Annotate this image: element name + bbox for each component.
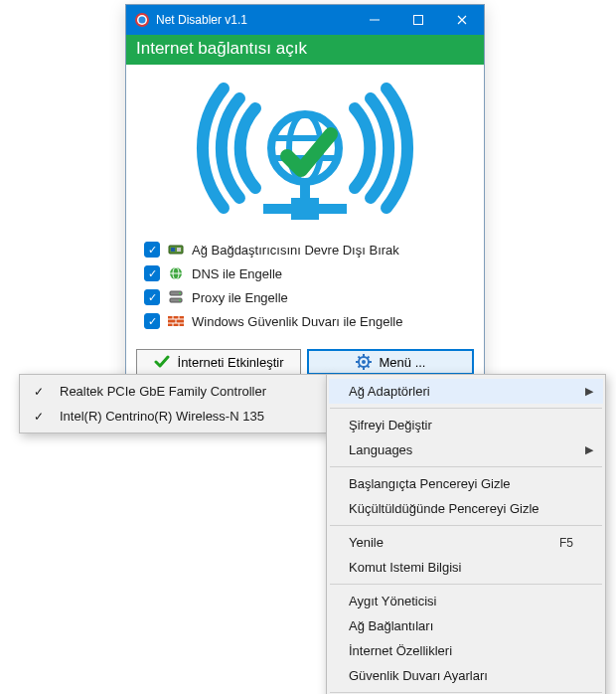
svg-rect-14 — [177, 248, 181, 252]
menu-label: Ağ Bağlantıları — [349, 618, 433, 633]
menu-firewall-settings[interactable]: Güvenlik Duvarı Ayarları — [329, 663, 603, 688]
proxy-icon — [168, 289, 184, 305]
svg-line-36 — [358, 357, 360, 359]
checkbox-icon[interactable] — [144, 289, 160, 305]
menu-internet-properties[interactable]: İnternet Özellikleri — [329, 638, 603, 663]
checkbox-icon[interactable] — [144, 242, 160, 258]
menu-label: Yenile — [349, 535, 384, 550]
chevron-right-icon: ▶ — [585, 443, 593, 456]
menu-hide-on-start[interactable]: Başlangıçta Pencereyi Gizle — [329, 471, 603, 496]
adapter-label: Intel(R) Centrino(R) Wireless-N 135 — [60, 409, 264, 424]
menu-languages[interactable]: Languages ▶ — [329, 437, 603, 462]
menu-button[interactable]: Menü ... — [307, 349, 474, 375]
gear-icon — [356, 354, 372, 370]
option-disable-adapter[interactable]: Ağ Bağdaştırıcısını Devre Dışı Bırak — [144, 238, 466, 261]
svg-line-38 — [367, 357, 369, 359]
app-title: Net Disabler v1.1 — [156, 13, 353, 27]
svg-line-37 — [367, 366, 369, 368]
menu-separator — [330, 584, 602, 585]
option-label: DNS ile Engelle — [192, 266, 282, 281]
svg-rect-11 — [291, 198, 319, 220]
check-icon: ✓ — [32, 385, 46, 399]
adapter-item[interactable]: ✓ Intel(R) Centrino(R) Wireless-N 135 — [22, 404, 326, 429]
app-icon — [134, 12, 150, 28]
minimize-button[interactable] — [353, 5, 396, 35]
menu-separator — [330, 466, 602, 467]
menu-cmd-info[interactable]: Komut Istemi Bilgisi — [329, 555, 603, 580]
menu-label: Şifreyi Değiştir — [349, 418, 432, 433]
menu-hide-on-minimize[interactable]: Küçültüldüğünde Pencereyi Gizle — [329, 496, 603, 521]
menu-label: İnternet Özellikleri — [349, 643, 452, 658]
svg-rect-3 — [370, 20, 380, 21]
svg-point-2 — [139, 17, 146, 24]
menu-refresh[interactable]: Yenile F5 — [329, 530, 603, 555]
menu-device-manager[interactable]: Aygıt Yöneticisi — [329, 589, 603, 613]
menu-change-password[interactable]: Şifreyi Değiştir — [329, 413, 603, 437]
menu-label: Aygıt Yöneticisi — [349, 594, 436, 608]
check-icon — [154, 354, 170, 370]
option-label: Ağ Bağdaştırıcısını Devre Dışı Bırak — [192, 243, 399, 258]
adapter-label: Realtek PCIe GbE Family Controller — [60, 384, 266, 399]
svg-rect-4 — [414, 16, 423, 25]
option-block-dns[interactable]: DNS ile Engelle — [144, 261, 466, 285]
menu-network-connections[interactable]: Ağ Bağlantıları — [329, 613, 603, 638]
svg-point-21 — [179, 299, 181, 301]
chevron-right-icon: ▶ — [585, 385, 593, 398]
menu-shortcut: F5 — [559, 536, 573, 550]
signal-graphic — [126, 65, 484, 234]
option-block-firewall[interactable]: Windows Güvenlik Duvarı ile Engelle — [144, 309, 466, 333]
svg-rect-9 — [300, 182, 310, 200]
menu-adapters[interactable]: Ağ Adaptörleri ▶ — [329, 379, 603, 404]
menu-label: Küçültüldüğünde Pencereyi Gizle — [349, 501, 539, 516]
app-window: Net Disabler v1.1 Internet bağlantısı aç… — [125, 4, 485, 386]
option-label: Windows Güvenlik Duvarı ile Engelle — [192, 314, 402, 329]
enable-internet-button[interactable]: İnterneti Etkinleştir — [136, 349, 301, 375]
status-banner: Internet bağlantısı açık — [126, 35, 484, 65]
titlebar: Net Disabler v1.1 — [126, 5, 484, 35]
maximize-button[interactable] — [396, 5, 440, 35]
menu-separator — [330, 525, 602, 526]
adapter-item[interactable]: ✓ Realtek PCIe GbE Family Controller — [22, 379, 326, 404]
status-text: Internet bağlantısı açık — [136, 39, 307, 58]
options-group: Ağ Bağdaştırıcısını Devre Dışı Bırak DNS… — [126, 234, 484, 343]
option-label: Proxy ile Engelle — [192, 290, 288, 305]
menu-label: Komut Istemi Bilgisi — [349, 560, 461, 575]
svg-point-20 — [179, 292, 181, 294]
menu-label: Başlangıçta Pencereyi Gizle — [349, 476, 511, 491]
checkbox-icon[interactable] — [144, 265, 160, 281]
button-label: İnterneti Etkinleştir — [178, 355, 284, 370]
main-menu: Ağ Adaptörleri ▶ Şifreyi Değiştir Langua… — [326, 374, 606, 694]
close-button[interactable] — [440, 5, 484, 35]
dns-icon — [168, 265, 184, 281]
menu-label: Güvenlik Duvarı Ayarları — [349, 668, 488, 683]
check-icon: ✓ — [32, 410, 46, 424]
adapters-submenu: ✓ Realtek PCIe GbE Family Controller ✓ I… — [19, 374, 329, 434]
menu-label: Languages — [349, 442, 412, 457]
svg-line-39 — [358, 366, 360, 368]
checkbox-icon[interactable] — [144, 313, 160, 329]
firewall-icon — [168, 313, 184, 329]
menu-separator — [330, 408, 602, 409]
svg-rect-13 — [171, 248, 175, 252]
menu-label: Ağ Adaptörleri — [349, 384, 430, 399]
button-label: Menü ... — [380, 355, 426, 370]
menu-separator — [330, 692, 602, 693]
adapter-icon — [168, 242, 184, 258]
option-block-proxy[interactable]: Proxy ile Engelle — [144, 285, 466, 309]
svg-point-31 — [362, 360, 366, 364]
